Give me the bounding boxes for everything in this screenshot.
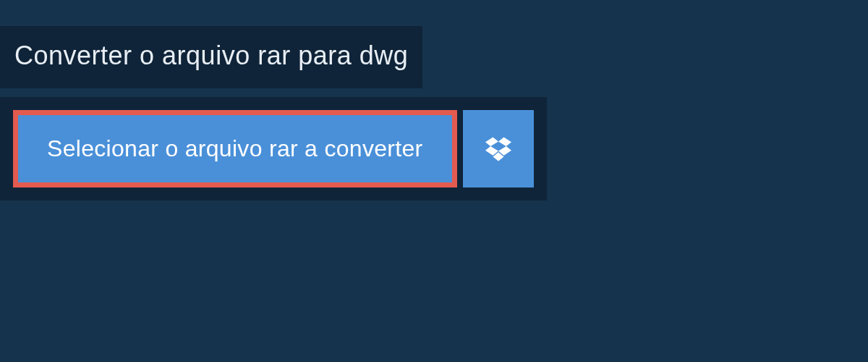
select-file-button[interactable]: Selecionar o arquivo rar a converter xyxy=(13,110,457,188)
header-bar: Converter o arquivo rar para dwg xyxy=(0,26,422,88)
dropbox-button[interactable] xyxy=(463,110,534,188)
dropbox-icon xyxy=(485,137,511,161)
file-select-panel: Selecionar o arquivo rar a converter xyxy=(0,97,547,201)
page-title: Converter o arquivo rar para dwg xyxy=(14,41,408,71)
select-file-label: Selecionar o arquivo rar a converter xyxy=(47,135,423,162)
